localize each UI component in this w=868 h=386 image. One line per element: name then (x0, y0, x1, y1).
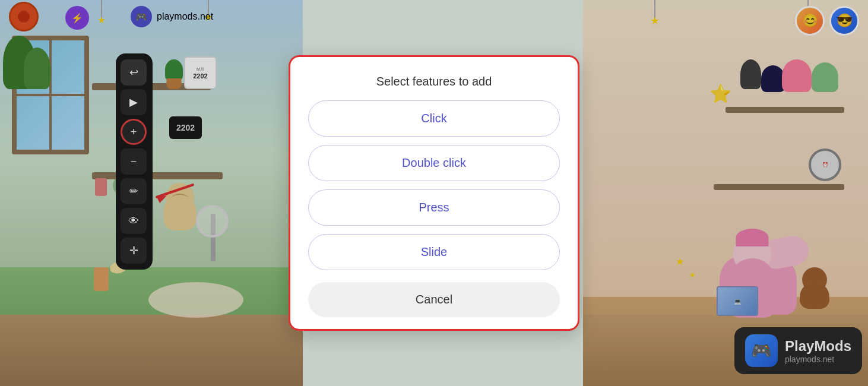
modal-overlay: Select features to add Click Double clic… (0, 0, 868, 386)
slide-button[interactable]: Slide (308, 234, 560, 270)
modal-title: Select features to add (308, 75, 560, 88)
press-button[interactable]: Press (308, 189, 560, 226)
cancel-button[interactable]: Cancel (308, 282, 560, 317)
select-features-modal: Select features to add Click Double clic… (289, 55, 579, 331)
double-click-button[interactable]: Double click (308, 145, 560, 181)
click-button[interactable]: Click (308, 100, 560, 137)
